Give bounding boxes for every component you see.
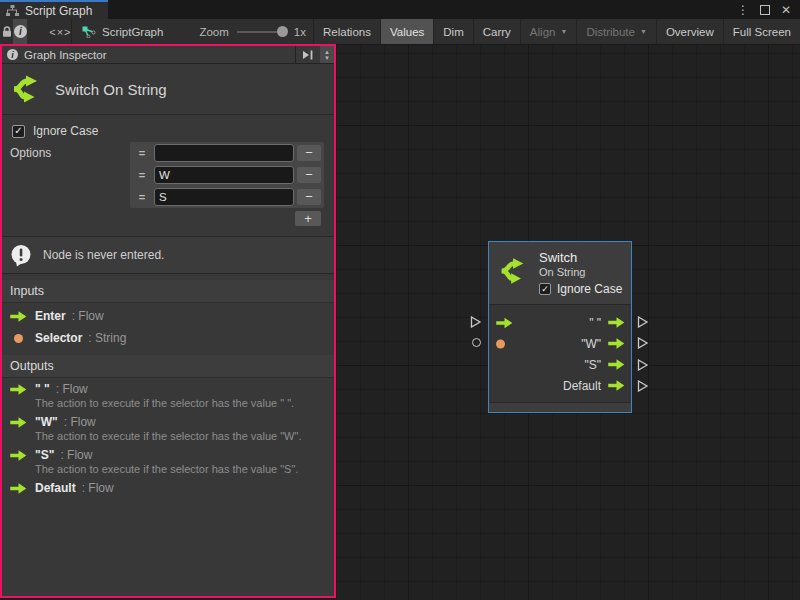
add-option-button[interactable]: + [295,211,321,226]
tab-script-graph[interactable]: Script Graph [0,0,108,19]
maximize-icon[interactable] [760,5,770,15]
node-ignore-case-checkbox[interactable]: ✓ [539,283,551,295]
node-header[interactable]: Switch On String ✓ Ignore Case [489,242,631,304]
graph-toolbar: i <×> ScriptGraph Zoom 1x Relations Valu… [0,19,800,45]
flow-arrow-icon [10,483,27,494]
port-name: " " [35,382,50,396]
node-port-row: "W" [489,333,631,354]
flow-output-port[interactable] [608,317,625,328]
flow-arrow-icon [10,311,27,322]
external-flow-input-connector[interactable] [470,314,482,326]
dropdown-arrow-icon: ▼ [560,28,567,35]
switch-on-string-node[interactable]: Switch On String ✓ Ignore Case " " [488,241,632,413]
node-output-label: "W" [581,337,601,351]
graph-name: ScriptGraph [102,26,163,38]
remove-option-button[interactable]: − [297,189,321,205]
close-icon[interactable]: ✕ [781,3,791,17]
external-flow-output-connector[interactable] [637,378,649,390]
node-output-label: " " [589,316,601,330]
ignore-case-checkbox[interactable]: ✓ [12,125,25,138]
port-name: Enter [35,309,66,323]
graph-canvas[interactable]: Switch On String ✓ Ignore Case " " [336,45,800,600]
option-field-2[interactable] [154,188,294,206]
hierarchy-icon [6,5,19,16]
node-footer [489,402,631,412]
flow-output-port[interactable] [608,380,625,391]
align-button[interactable]: Align ▼ [520,19,577,44]
remove-option-button[interactable]: − [297,145,321,161]
output-port-group: "W" : Flow The action to execute if the … [2,414,334,444]
panel-scrubber[interactable]: ▲ ▼ [320,46,334,63]
zoom-value: 1x [294,26,306,38]
port-type: : Flow [72,309,104,323]
drag-handle-icon[interactable]: = [130,147,154,159]
flow-arrow-icon [10,417,27,428]
overview-button[interactable]: Overview [656,19,723,44]
external-flow-output-connector[interactable] [637,314,649,326]
warning-bubble-icon [10,244,33,267]
flow-output-port[interactable] [608,338,625,349]
inputs-section-header: Inputs [2,280,334,303]
inspector-settings: ✓ Ignore Case Options = − = − = − + [2,115,334,236]
outputs-section-header: Outputs [2,355,334,378]
drag-handle-icon[interactable]: = [130,191,154,203]
tab-label: Script Graph [25,4,92,18]
fullscreen-button[interactable]: Full Screen [723,19,800,44]
node-body: " " "W" "S" Default [489,304,631,402]
input-port-row: Enter : Flow [2,305,334,327]
port-description: The action to execute if the selector ha… [2,463,334,477]
graph-inspector-panel: i Graph Inspector ▲ ▼ Switch On String ✓… [0,44,336,598]
graph-breadcrumb[interactable]: ScriptGraph [72,19,173,44]
code-preview-button[interactable]: <×> [49,19,71,44]
options-label: Options [10,146,51,160]
distribute-button[interactable]: Distribute ▼ [576,19,656,44]
external-value-input-connector[interactable] [472,338,481,347]
flow-arrow-icon [608,317,625,328]
checkmark-icon: ✓ [541,283,549,295]
flow-arrow-icon [496,317,513,328]
option-field-0[interactable] [154,144,294,162]
option-field-1[interactable] [154,166,294,184]
node-port-row: Default [489,375,631,396]
string-port-icon [10,334,27,343]
dock-panel-button[interactable] [295,46,320,63]
inspector-toggle-button[interactable]: i [13,19,27,44]
flow-arrow-icon [608,359,625,370]
scrub-down-icon[interactable]: ▼ [324,55,330,61]
window-controls: ⋮ ✕ [737,0,800,19]
external-flow-output-connector[interactable] [637,335,649,347]
distribute-label: Distribute [586,26,635,38]
align-label: Align [530,26,556,38]
script-graph-icon [82,26,96,38]
dim-button[interactable]: Dim [433,19,472,44]
flow-arrow-icon [10,384,27,395]
drag-handle-icon[interactable]: = [130,169,154,181]
flow-input-port[interactable] [496,317,513,328]
zoom-slider-handle[interactable] [277,26,288,37]
output-port-group: " " : Flow The action to execute if the … [2,381,334,411]
output-port-group: "S" : Flow The action to execute if the … [2,447,334,477]
relations-button[interactable]: Relations [313,19,380,44]
dock-icon [302,50,314,60]
node-output-label: Default [563,379,601,393]
flow-arrow-icon [10,450,27,461]
port-name: "W" [35,415,58,429]
switch-icon [10,73,42,105]
external-flow-output-connector[interactable] [637,357,649,369]
option-row: = − [130,186,324,208]
ignore-case-label: Ignore Case [33,124,98,138]
zoom-label: Zoom [199,26,228,38]
port-description: The action to execute if the selector ha… [2,430,334,444]
window-tab-bar: Script Graph ⋮ ✕ [0,0,800,19]
port-type: : Flow [56,382,88,396]
zoom-slider[interactable] [237,19,286,44]
flow-arrow-icon [608,380,625,391]
carry-button[interactable]: Carry [473,19,520,44]
flow-output-port[interactable] [608,359,625,370]
selector-input-port[interactable] [496,339,505,348]
lock-button[interactable] [0,19,13,44]
values-button[interactable]: Values [380,19,433,44]
remove-option-button[interactable]: − [297,167,321,183]
node-ignore-case-label: Ignore Case [557,282,622,296]
window-menu-icon[interactable]: ⋮ [737,3,749,17]
